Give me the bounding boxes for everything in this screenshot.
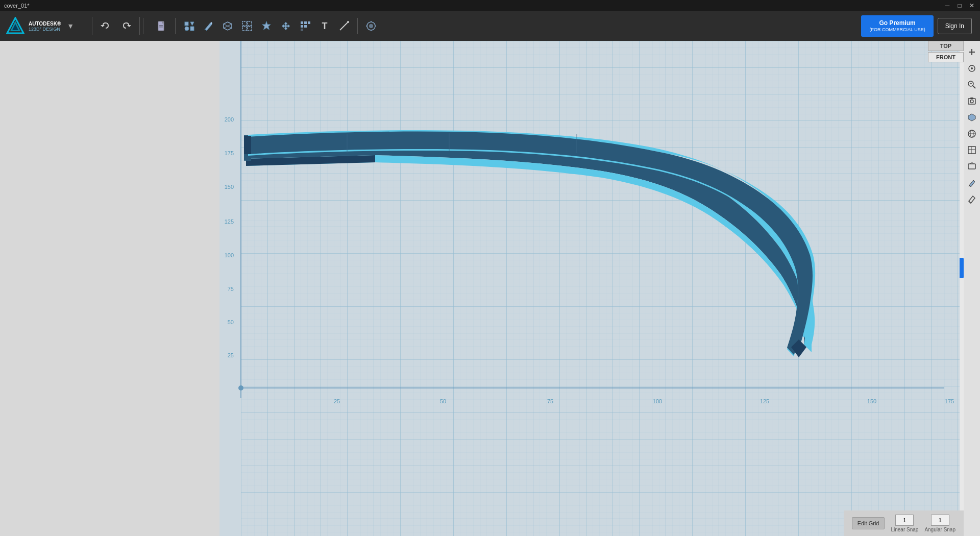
linear-snap-field: Linear Snap — [891, 515, 918, 532]
svg-rect-19 — [304, 21, 307, 24]
svg-marker-10 — [190, 27, 194, 31]
sign-in-button[interactable]: Sign In — [938, 18, 972, 34]
svg-rect-20 — [308, 21, 310, 24]
modify-button[interactable] — [257, 17, 276, 35]
close-button[interactable]: ✕ — [968, 2, 976, 9]
logo-area: AUTODESK® 123D° DESIGN ▼ — [0, 17, 92, 35]
panel-collapse-handle[interactable] — [960, 258, 964, 278]
svg-text:50: 50 — [228, 319, 234, 325]
title-text: cover_01* — [4, 3, 30, 9]
svg-text:100: 100 — [225, 252, 234, 258]
autodesk-logo — [6, 17, 24, 35]
grid-toggle-button[interactable] — [965, 143, 979, 157]
svg-rect-23 — [301, 29, 303, 31]
svg-rect-33 — [241, 41, 960, 536]
svg-text:175: 175 — [945, 398, 954, 404]
front-view-button[interactable]: FRONT — [928, 52, 964, 62]
svg-rect-65 — [970, 98, 973, 99]
undo-redo-toolbar — [92, 17, 140, 35]
separator-1 — [143, 18, 143, 34]
svg-text:150: 150 — [225, 184, 234, 190]
sketch-tool-button[interactable] — [965, 176, 979, 190]
redo-button[interactable] — [117, 17, 135, 35]
capture-button[interactable] — [965, 159, 979, 174]
svg-rect-73 — [968, 164, 975, 169]
unknown-tool-button[interactable] — [362, 17, 380, 35]
svg-point-9 — [185, 27, 189, 31]
svg-rect-7 — [185, 22, 188, 26]
svg-rect-18 — [301, 21, 303, 24]
svg-point-59 — [971, 67, 973, 69]
svg-rect-22 — [304, 25, 307, 28]
new-file-button[interactable] — [153, 17, 171, 35]
svg-text:25: 25 — [334, 398, 340, 404]
svg-point-26 — [369, 24, 373, 28]
svg-marker-4 — [162, 21, 164, 23]
svg-text:175: 175 — [225, 150, 234, 156]
svg-rect-15 — [248, 21, 252, 26]
minimize-button[interactable]: ─ — [943, 2, 951, 9]
screenshot-button[interactable] — [965, 94, 979, 108]
svg-rect-21 — [301, 25, 303, 28]
window-controls: ─ □ ✕ — [943, 2, 976, 9]
undo-button[interactable] — [96, 17, 115, 35]
svg-text:75: 75 — [547, 398, 553, 404]
solid-view-button[interactable] — [965, 110, 979, 125]
svg-point-51 — [238, 385, 243, 391]
logo-dropdown[interactable]: ▼ — [67, 22, 74, 30]
svg-text:150: 150 — [867, 398, 876, 404]
construct-button[interactable] — [218, 17, 237, 35]
toolbar-right: Go Premium (FOR COMMERCIAL USE) Sign In — [861, 15, 980, 36]
svg-text:200: 200 — [225, 116, 234, 123]
separator-2 — [175, 18, 176, 34]
svg-rect-16 — [242, 27, 247, 31]
angular-snap-field: Angular Snap — [924, 515, 955, 532]
separator-3 — [357, 18, 358, 34]
svg-line-61 — [973, 86, 975, 88]
fit-all-button[interactable] — [965, 61, 979, 76]
svg-rect-70 — [968, 147, 975, 154]
main-toolbar: T — [146, 17, 861, 35]
viewport-grid: 25 50 75 100 125 150 175 200 25 50 75 10… — [219, 41, 960, 536]
linear-snap-input[interactable] — [895, 515, 914, 526]
bottom-grid-controls: Edit Grid Linear Snap Angular Snap — [844, 510, 964, 536]
svg-text:100: 100 — [653, 398, 662, 404]
svg-text:25: 25 — [228, 352, 234, 358]
svg-line-74 — [969, 201, 971, 203]
edit-tool-button[interactable] — [965, 192, 979, 206]
titlebar: cover_01* ─ □ ✕ — [0, 0, 980, 11]
svg-rect-6 — [159, 27, 163, 28]
top-view-button[interactable]: TOP — [928, 41, 964, 51]
zoom-in-button[interactable] — [965, 45, 979, 59]
svg-point-24 — [347, 21, 349, 23]
viewport[interactable]: 25 50 75 100 125 150 175 200 25 50 75 10… — [219, 41, 960, 536]
view-orientation-widget: TOP FRONT — [928, 41, 964, 62]
svg-marker-8 — [190, 22, 194, 26]
text-tool-button[interactable]: T — [315, 17, 334, 35]
zoom-button[interactable] — [965, 78, 979, 92]
right-panel-tools — [964, 41, 980, 536]
svg-text:50: 50 — [440, 398, 446, 404]
primitives-button[interactable] — [180, 17, 198, 35]
sketch-button[interactable] — [199, 17, 217, 35]
wireframe-button[interactable] — [965, 127, 979, 141]
svg-point-64 — [970, 100, 973, 103]
pattern-button[interactable] — [296, 17, 314, 35]
svg-rect-17 — [248, 27, 252, 31]
linear-snap-label: Linear Snap — [891, 527, 918, 532]
svg-rect-63 — [968, 99, 975, 104]
logo-text: AUTODESK® 123D° DESIGN — [29, 21, 61, 32]
go-premium-button[interactable]: Go Premium (FOR COMMERCIAL USE) — [861, 15, 933, 36]
svg-marker-66 — [968, 114, 975, 121]
svg-text:75: 75 — [228, 286, 234, 292]
edit-grid-button[interactable]: Edit Grid — [852, 517, 885, 529]
svg-rect-14 — [242, 21, 247, 26]
svg-text:125: 125 — [760, 398, 769, 404]
angular-snap-label: Angular Snap — [924, 527, 955, 532]
measure-button[interactable] — [335, 17, 353, 35]
group-button[interactable] — [238, 17, 256, 35]
transform-button[interactable] — [277, 17, 295, 35]
angular-snap-input[interactable] — [931, 515, 949, 526]
svg-rect-5 — [159, 25, 163, 26]
maximize-button[interactable]: □ — [955, 2, 964, 9]
